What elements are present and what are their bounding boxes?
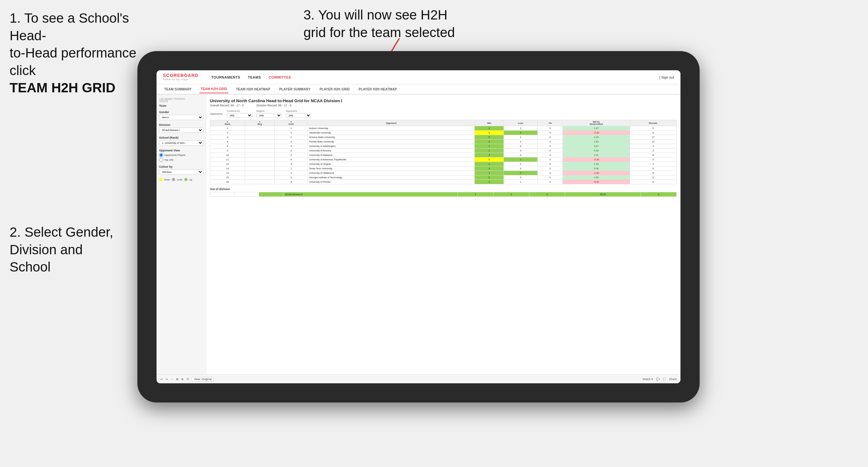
cell-diff: 4.50 xyxy=(563,175,630,180)
out-of-division-label: Out of division xyxy=(210,187,677,191)
opponent-filter: Opponent (All) xyxy=(286,110,311,118)
cell-tie: 0 xyxy=(537,180,563,184)
sidebar-gender-section: Gender Men's xyxy=(159,111,203,120)
region-select[interactable]: (All) xyxy=(256,113,282,118)
cell-rounds: 3 xyxy=(630,144,676,149)
radio-opponents-played[interactable]: Opponents Played xyxy=(159,153,203,157)
sidebar-team-section: Team xyxy=(159,104,203,107)
cell-loss: 0 xyxy=(504,153,538,157)
col-loss: Loss xyxy=(504,120,538,126)
toolbar-icon-2[interactable]: ⊕ xyxy=(181,378,184,381)
cell-diff: 2.33 xyxy=(563,162,630,166)
clock-icon[interactable]: ⏱ xyxy=(186,378,189,381)
cell-rounds: 3 xyxy=(630,157,676,162)
cell-opponent: Georgia Institute of Technology xyxy=(308,175,475,180)
nav-bar: SCOREBOARD Powered by clippi TOURNAMENTS… xyxy=(157,70,680,84)
cell-reg xyxy=(245,162,274,166)
col-win: Win xyxy=(475,120,504,126)
legend: Down Level Up xyxy=(159,178,203,181)
cell-win: 1 xyxy=(475,144,504,149)
h2h-table: #Rank #Reg #Conf Opponent Win Loss Tie D… xyxy=(210,120,677,184)
cell-tie: 0 xyxy=(537,131,563,135)
cell-rank: 16 xyxy=(210,180,245,184)
cell-conf: 2 xyxy=(274,131,308,135)
annotation-2-line1: 2. Select Gender, xyxy=(9,224,114,240)
cell-tie: 0 xyxy=(529,192,565,197)
filter-row: Opponents: Conference (All) Region (All) xyxy=(210,110,677,118)
cell-opponent: University of Arkansas, Fayetteville xyxy=(308,157,475,162)
opponent-view-label: Opponent View xyxy=(159,149,203,152)
tab-player-h2h-grid[interactable]: PLAYER H2H GRID xyxy=(318,86,351,93)
toolbar-right: Watch ▾ 💬 ⛶ Share xyxy=(643,378,677,381)
col-rounds: Rounds xyxy=(630,120,676,126)
cell-reg xyxy=(245,153,274,157)
cell-tie: 0 xyxy=(537,157,563,162)
watch-button[interactable]: Watch ▾ xyxy=(643,378,653,381)
radio-top100[interactable]: Top 100 xyxy=(159,158,203,162)
undo-button[interactable]: ↩ xyxy=(160,378,163,381)
cell-loss: 0 xyxy=(494,192,529,197)
gender-select[interactable]: Men's xyxy=(159,115,203,120)
cell-reg xyxy=(245,175,274,180)
sign-out-button[interactable]: | Sign out xyxy=(659,75,674,79)
redo-button[interactable]: ↪ xyxy=(165,378,168,381)
cell-loss: 1 xyxy=(504,135,538,139)
cell-tie: 0 xyxy=(537,135,563,139)
sub-nav: TEAM SUMMARY TEAM H2H GRID TEAM H2H HEAT… xyxy=(157,84,680,95)
cell-rounds: 3 xyxy=(630,162,676,166)
col-diff: Diff AvStrokes/Rnd xyxy=(563,120,630,126)
cell-opponent: Arizona State University xyxy=(308,135,475,139)
back-button[interactable]: ← xyxy=(170,378,174,381)
cell xyxy=(210,192,235,197)
cell-rank: 2 xyxy=(210,126,245,131)
cell-diff: 1.67 xyxy=(563,126,630,131)
annotation-2: 2. Select Gender, Division and School xyxy=(9,224,131,276)
cell-conf: 4 xyxy=(274,175,308,180)
fullscreen-button[interactable]: ⛶ xyxy=(663,378,666,381)
cell-tie: 0 xyxy=(537,175,563,180)
school-select[interactable]: 1. University of Nort... xyxy=(159,140,203,146)
view-original-button[interactable]: View: Original xyxy=(192,377,214,381)
sidebar: Last Updated: 27/03/202416:55:38 Team Ge… xyxy=(157,95,206,374)
cell-rank: 9 xyxy=(210,149,245,153)
share-button[interactable]: Share xyxy=(669,378,677,381)
conference-select[interactable]: (All) xyxy=(227,113,252,118)
conference-label: Conference xyxy=(227,110,252,113)
colour-select[interactable]: Win/loss xyxy=(159,169,203,175)
cell-rounds: 17 xyxy=(630,135,676,139)
cell-reg xyxy=(245,126,274,131)
cell-opponent: University of Florida xyxy=(308,180,475,184)
cell-conf: 1 xyxy=(274,126,308,131)
tab-team-summary[interactable]: TEAM SUMMARY xyxy=(163,86,193,93)
cell-win: 1 xyxy=(475,171,504,175)
logo-sub: Powered by clippi xyxy=(163,78,198,81)
tab-team-h2h-grid[interactable]: TEAM H2H GRID xyxy=(199,85,228,93)
cell-conf: 2 xyxy=(274,139,308,144)
comment-button[interactable]: 💬 xyxy=(656,378,660,381)
table-row: 2 1 Auburn University 2 1 0 1.67 9 xyxy=(210,126,677,131)
cell-win: 4 xyxy=(475,139,504,144)
tab-player-summary[interactable]: PLAYER SUMMARY xyxy=(278,86,312,93)
nav-tournaments[interactable]: TOURNAMENTS xyxy=(211,75,240,79)
cell-loss: 1 xyxy=(504,157,538,162)
tab-team-h2h-heatmap[interactable]: TEAM H2H HEATMAP xyxy=(235,86,272,93)
tab-player-h2h-heatmap[interactable]: PLAYER H2H HEATMAP xyxy=(358,86,398,93)
sidebar-opponent-view-section: Opponent View Opponents Played Top 100 xyxy=(159,149,203,162)
nav-teams[interactable]: TEAMS xyxy=(248,75,261,79)
cell-rounds: 12 xyxy=(630,139,676,144)
table-row: 16 3 University of Florida 3 1 0 -6.42 9 xyxy=(210,180,677,184)
division-select[interactable]: NCAA Division I xyxy=(159,127,203,133)
nav-committee[interactable]: COMMITTEE xyxy=(269,75,291,79)
cell-rounds: 9 xyxy=(630,175,676,180)
cell xyxy=(235,192,259,197)
cell-conf: 2 xyxy=(274,144,308,149)
cell-reg xyxy=(245,131,274,135)
cell-tie: 0 xyxy=(537,139,563,144)
cell-loss: 0 xyxy=(504,149,538,153)
cell-loss: 1 xyxy=(504,126,538,131)
opponent-select[interactable]: (All) xyxy=(286,113,311,118)
toolbar-icon-1[interactable]: ⊞ xyxy=(176,378,179,381)
table-row: 4 1 Arizona State University 5 1 0 2.29 … xyxy=(210,135,677,139)
region-filter: Region (All) xyxy=(256,110,282,118)
out-of-division-table: NCAA Division II 1 0 0 26.00 3 xyxy=(210,192,677,197)
